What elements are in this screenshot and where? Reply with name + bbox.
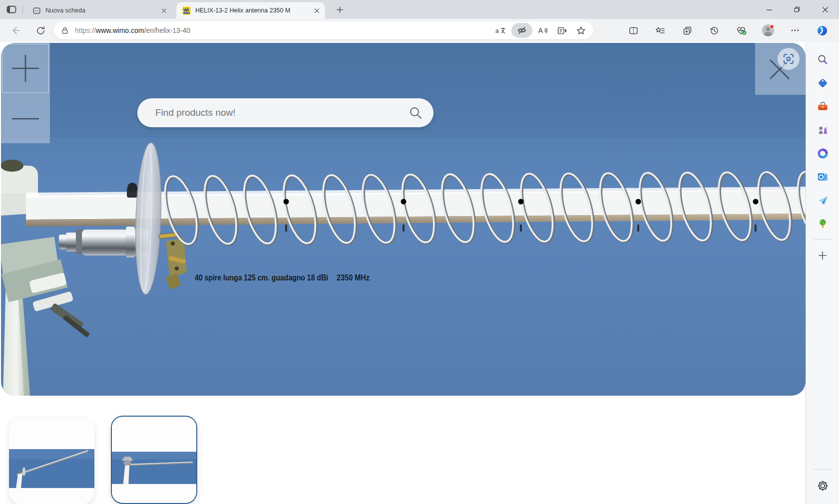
more-dots-icon xyxy=(790,25,800,35)
url-text: https://www.wimo.com/en/helix-13-40 xyxy=(75,26,190,34)
close-icon xyxy=(161,8,167,13)
collections-icon xyxy=(682,25,693,36)
translate-icon: a xyxy=(495,25,507,35)
zoom-controls xyxy=(1,43,50,143)
favorite-star-button[interactable] xyxy=(572,23,589,38)
thumbnail-2-image xyxy=(112,417,196,503)
search-icon xyxy=(817,53,829,66)
history-clock-icon xyxy=(709,25,720,36)
address-bar-actions: a A xyxy=(492,23,589,38)
visual-search-button[interactable] xyxy=(778,48,800,70)
boom-bolt xyxy=(127,183,138,198)
sidebar-tools-button[interactable] xyxy=(813,96,833,116)
sidebar-tree-button[interactable] xyxy=(813,214,833,234)
new-tab-button[interactable] xyxy=(332,2,347,17)
tab-close-button[interactable] xyxy=(159,6,168,15)
restore-icon xyxy=(794,6,801,13)
refresh-icon xyxy=(35,25,46,36)
sidebar-outlook-button[interactable] xyxy=(813,167,833,187)
profile-avatar xyxy=(761,23,775,37)
visual-search-icon xyxy=(783,53,795,65)
lock-icon xyxy=(61,26,69,34)
drop-paper-plane-icon xyxy=(817,194,829,207)
divider xyxy=(22,5,23,13)
tree-planting-icon xyxy=(817,218,829,230)
read-aloud-button[interactable]: A xyxy=(534,23,551,38)
zoom-in-button[interactable] xyxy=(2,44,49,93)
new-tab-page-icon xyxy=(32,6,41,15)
games-chess-icon xyxy=(817,124,829,136)
photo-caption-left: 40 spire lunga 125 cm. guadagno 18 dBi xyxy=(195,273,328,282)
copilot-button[interactable] xyxy=(812,22,832,39)
window-controls xyxy=(755,0,839,19)
sidebar-games-button[interactable] xyxy=(813,120,833,140)
favorites-button[interactable] xyxy=(650,22,670,39)
sidebar-settings-button[interactable] xyxy=(813,476,833,496)
close-icon xyxy=(822,6,829,13)
plus-icon xyxy=(818,251,828,260)
star-icon xyxy=(576,25,586,36)
svg-text:a: a xyxy=(495,27,499,34)
essentials-heart-pulse-icon xyxy=(736,25,747,36)
immersive-reader-icon xyxy=(557,25,567,36)
thumbnail-1-image xyxy=(9,418,94,504)
tab-actions-button[interactable] xyxy=(4,2,19,17)
split-screen-button[interactable] xyxy=(623,22,643,39)
zoom-in-icon xyxy=(10,53,41,84)
browser-essentials-button[interactable] xyxy=(731,22,751,39)
tab-title: HELIX-13-2 Helix antenna 2350 M xyxy=(195,7,312,14)
zoom-out-icon xyxy=(11,116,40,121)
product-search-bar[interactable] xyxy=(137,98,433,127)
plus-icon xyxy=(336,6,344,13)
address-bar[interactable]: https://www.wimo.com/en/helix-13-40 a A xyxy=(54,21,593,39)
tab-nuova-scheda[interactable]: Nuova scheda xyxy=(26,2,172,19)
collections-button[interactable] xyxy=(677,22,697,39)
sidebar-drop-button[interactable] xyxy=(813,190,833,210)
sidebar-shopping-button[interactable] xyxy=(813,73,833,93)
settings-more-button[interactable] xyxy=(785,22,805,39)
sidebar-customize-button[interactable] xyxy=(813,246,833,265)
eye-off-icon xyxy=(517,25,527,35)
tab-helix-antenna[interactable]: HELIX-13-2 Helix antenna 2350 M xyxy=(176,2,325,19)
shopping-tag-icon xyxy=(817,77,829,89)
favorites-star-list-icon xyxy=(655,25,666,36)
workspaces-icon xyxy=(5,3,17,15)
browser-toolbar: https://www.wimo.com/en/helix-13-40 a A xyxy=(0,19,839,42)
edge-sidebar xyxy=(806,42,839,504)
antenna-photo: 40 spire lunga 125 cm. guadagno 18 dBi 2… xyxy=(1,43,806,396)
sidebar-m365-button[interactable] xyxy=(813,143,833,163)
antenna-thumbnail-2-selected[interactable] xyxy=(111,416,197,504)
profile-button[interactable] xyxy=(758,22,778,39)
svg-text:A: A xyxy=(538,27,543,35)
back-arrow-icon xyxy=(10,25,21,36)
minimize-button[interactable] xyxy=(755,0,783,19)
lightbox-photo[interactable]: 40 spire lunga 125 cm. guadagno 18 dBi 2… xyxy=(1,43,806,396)
refresh-button[interactable] xyxy=(32,22,49,39)
split-screen-icon xyxy=(628,25,639,36)
toolbar-right-actions xyxy=(623,22,834,39)
sidebar-search-button[interactable] xyxy=(813,49,833,69)
close-window-button[interactable] xyxy=(811,0,839,19)
lightbox-close-area xyxy=(755,43,806,95)
restore-button[interactable] xyxy=(783,0,811,19)
history-button[interactable] xyxy=(704,22,724,39)
tab-close-button[interactable] xyxy=(312,6,321,15)
antenna-thumbnail-1[interactable] xyxy=(9,418,94,504)
search-icon[interactable] xyxy=(409,106,422,120)
hidden-eye-button[interactable] xyxy=(511,23,532,38)
tab-strip: Nuova scheda HELIX-13-2 Helix antenna 23… xyxy=(0,0,839,19)
microsoft-365-icon xyxy=(817,147,829,160)
search-input[interactable] xyxy=(155,107,409,118)
immersive-reader-button[interactable] xyxy=(553,23,570,38)
minimize-icon xyxy=(766,6,773,13)
copilot-icon xyxy=(816,24,829,37)
outlook-icon xyxy=(817,171,829,183)
page-content: 40 spire lunga 125 cm. guadagno 18 dBi 2… xyxy=(0,42,839,504)
toolbox-icon xyxy=(817,100,829,113)
gear-icon xyxy=(817,480,829,492)
zoom-out-button[interactable] xyxy=(1,94,50,143)
photo-caption-right: 2350 MHz xyxy=(337,273,370,282)
wimo-favicon xyxy=(182,6,191,15)
back-button[interactable] xyxy=(7,22,24,39)
translate-button[interactable]: a xyxy=(492,23,509,38)
